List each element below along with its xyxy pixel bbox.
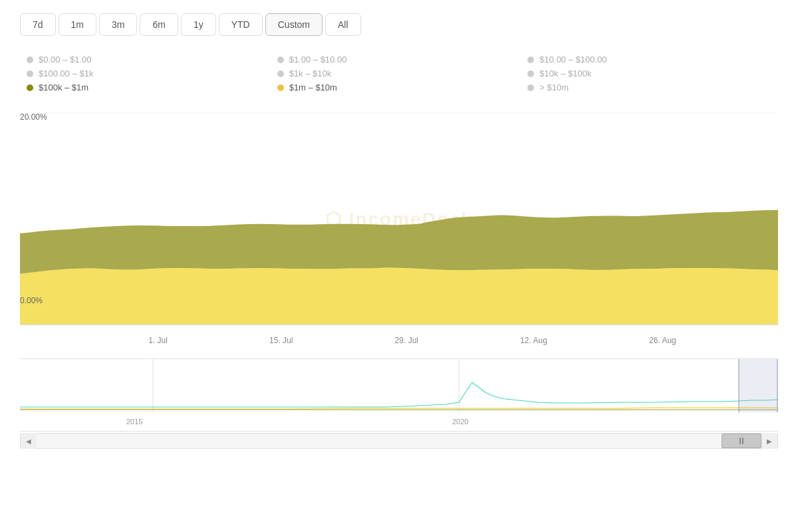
legend-item: $10k – $100k: [527, 68, 771, 78]
legend-item: $0.00 – $1.00: [27, 55, 271, 65]
nav-x-2020: 2020: [452, 418, 468, 426]
y-label-top: 20.00%: [20, 112, 47, 122]
legend-item: $1k – $10k: [277, 68, 521, 78]
legend-item: $1.00 – $10.00: [277, 55, 521, 65]
navigator: 2015 2020: [20, 358, 778, 432]
legend-item: $100k – $1m: [27, 82, 271, 92]
legend-item: $1m – $10m: [277, 82, 521, 92]
legend-label: $100k – $1m: [39, 82, 88, 92]
time-btn-custom[interactable]: Custom: [265, 13, 323, 36]
handle-line-2: [742, 438, 743, 444]
time-range-bar: 7d1m3m6m1yYTDCustomAll: [20, 13, 778, 36]
x-label-3: 15. Jul: [269, 336, 293, 345]
legend-label: $10.00 – $100.00: [539, 55, 606, 65]
time-btn-1y[interactable]: 1y: [181, 13, 216, 36]
x-label-5: 12. Aug: [520, 336, 547, 345]
nav-x-empty2: [142, 418, 452, 426]
legend-label: $1k – $10k: [289, 68, 332, 78]
legend-dot: [527, 84, 534, 91]
legend-dot: [27, 84, 33, 91]
time-btn-all[interactable]: All: [325, 13, 361, 36]
scroll-track: [37, 434, 761, 448]
x-label-2: 1. Jul: [148, 336, 168, 345]
time-btn-6m[interactable]: 6m: [140, 13, 178, 36]
time-btn-3m[interactable]: 3m: [99, 13, 137, 36]
time-btn-ytd[interactable]: YTD: [219, 13, 263, 36]
legend-label: $1m – $10m: [289, 82, 337, 92]
x-label-6: 26. Aug: [649, 336, 676, 345]
legend-dot: [27, 70, 33, 77]
time-btn-1m[interactable]: 1m: [59, 13, 96, 36]
scroll-right-button[interactable]: ▶: [761, 433, 777, 449]
main-chart-svg: [20, 112, 778, 325]
legend-dot: [527, 70, 534, 77]
handle-line-1: [739, 438, 741, 444]
x-axis: 1. Jul 15. Jul 29. Jul 12. Aug 26. Aug: [20, 332, 778, 345]
legend-label: > $10m: [539, 82, 569, 92]
legend: $0.00 – $1.00$1.00 – $10.00$10.00 – $100…: [20, 55, 778, 92]
nav-x-2015: 2015: [126, 418, 142, 426]
legend-label: $10k – $100k: [539, 68, 591, 78]
legend-dot: [277, 84, 284, 91]
legend-item: $100.00 – $1k: [27, 68, 271, 78]
legend-label: $1.00 – $10.00: [289, 55, 347, 65]
legend-dot: [27, 57, 33, 63]
nav-x-axis: 2015 2020: [20, 415, 778, 426]
legend-dot: [277, 57, 284, 63]
nav-x-empty3: [468, 418, 778, 426]
scroll-handle[interactable]: [722, 434, 761, 448]
legend-dot: [527, 57, 534, 63]
x-label-4: 29. Jul: [395, 336, 418, 345]
main-chart: 20.00% 0.00% ⬡ IncomeDo: [20, 112, 778, 325]
legend-item: $10.00 – $100.00: [527, 55, 771, 65]
svg-rect-2: [20, 359, 778, 412]
scrollbar[interactable]: ◀ ▶: [20, 433, 778, 449]
svg-rect-6: [738, 359, 739, 412]
navigator-svg: [20, 359, 778, 412]
legend-dot: [277, 70, 284, 77]
y-label-bottom: 0.00%: [20, 296, 43, 305]
nav-x-empty: [20, 418, 126, 426]
svg-rect-5: [738, 359, 778, 412]
scroll-left-button[interactable]: ◀: [21, 433, 37, 449]
legend-label: $100.00 – $1k: [39, 68, 93, 78]
legend-label: $0.00 – $1.00: [39, 55, 92, 65]
time-btn-7d[interactable]: 7d: [20, 13, 56, 36]
svg-rect-7: [777, 359, 778, 412]
legend-item: > $10m: [527, 82, 771, 92]
